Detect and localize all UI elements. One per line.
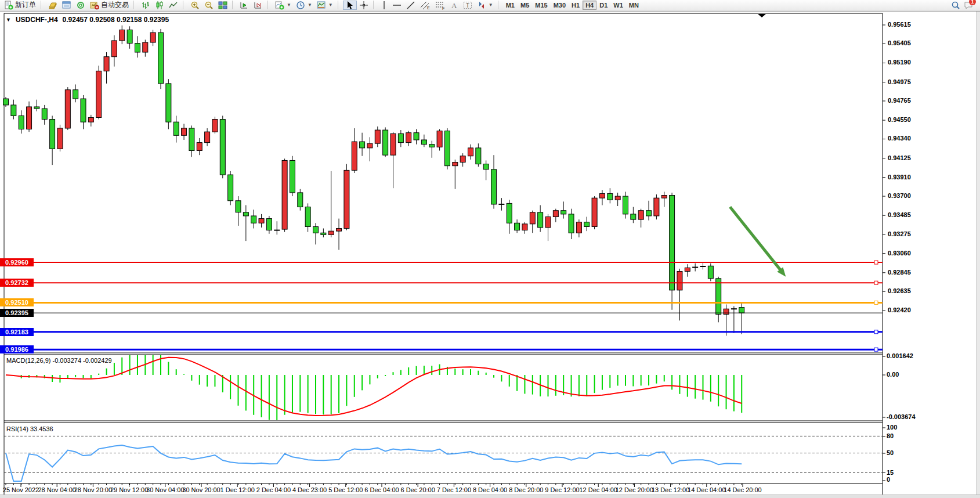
chart-shift-marker[interactable] bbox=[758, 14, 766, 17]
candle-body bbox=[607, 193, 613, 200]
timeframe-mn-button[interactable]: MN bbox=[626, 1, 642, 10]
price-tick-label: 0.93060 bbox=[888, 250, 911, 257]
timeframe-m1-button[interactable]: M1 bbox=[503, 1, 518, 10]
search-button[interactable] bbox=[951, 1, 960, 12]
templates-dropdown-caret: ▼ bbox=[328, 2, 333, 8]
horizontal-line-tool-button[interactable] bbox=[390, 1, 404, 10]
toolbar-separator bbox=[232, 1, 236, 9]
rsi-axis-80-label: 80 bbox=[887, 432, 894, 439]
text-label-tool-button[interactable]: T bbox=[461, 1, 475, 10]
bar-chart-icon bbox=[141, 1, 150, 10]
market-watch-icon bbox=[48, 1, 57, 10]
svg-text:T: T bbox=[466, 2, 469, 9]
candle-body bbox=[468, 148, 473, 156]
chart-title: ▼ USDCHF-,H4 0.92457 0.92508 0.92158 0.9… bbox=[6, 16, 169, 24]
crosshair-icon bbox=[359, 1, 368, 10]
equidistant-channel-tool-button[interactable]: E bbox=[418, 1, 433, 10]
trendline-icon bbox=[406, 1, 415, 10]
timeframe-m5-button[interactable]: M5 bbox=[518, 1, 532, 10]
candle-body bbox=[739, 308, 744, 313]
candle-body bbox=[205, 132, 210, 142]
chart-shift-icon bbox=[254, 1, 263, 10]
hline-handle[interactable] bbox=[874, 330, 878, 334]
notifications-button[interactable]: 1 bbox=[964, 1, 973, 12]
price-tick-label: 0.94765 bbox=[888, 97, 911, 104]
candle-body bbox=[328, 231, 334, 234]
price-tick-label: 0.94550 bbox=[888, 116, 911, 123]
chart-shift-button[interactable] bbox=[251, 1, 265, 10]
templates-button[interactable]: ▼ bbox=[314, 1, 335, 10]
trendline-tool-button[interactable] bbox=[404, 1, 418, 10]
candle-body bbox=[584, 222, 590, 227]
candle-body bbox=[88, 117, 93, 122]
arrows-tool-button[interactable]: ▼ bbox=[475, 1, 496, 10]
tile-windows-button[interactable] bbox=[216, 1, 230, 10]
line-chart-button[interactable] bbox=[167, 1, 180, 10]
candle-body bbox=[414, 133, 419, 140]
timeframe-d1-button[interactable]: D1 bbox=[596, 1, 610, 10]
fibonacci-tool-button[interactable]: F bbox=[433, 1, 448, 10]
candle-body bbox=[522, 224, 527, 230]
timeframe-h1-button[interactable]: H1 bbox=[569, 1, 583, 10]
auto-scroll-button[interactable] bbox=[237, 1, 251, 10]
new-order-button[interactable]: 新订单 bbox=[2, 1, 38, 10]
line-chart-icon bbox=[169, 1, 178, 10]
navigator-icon bbox=[76, 1, 85, 10]
vertical-line-tool-button[interactable] bbox=[378, 1, 390, 10]
navigator-button[interactable] bbox=[74, 1, 88, 10]
cursor-tool-button[interactable] bbox=[343, 1, 357, 10]
candle-body bbox=[453, 163, 458, 166]
candle-body bbox=[592, 198, 597, 226]
timeframe-w1-button[interactable]: W1 bbox=[610, 1, 626, 10]
timeframe-m30-button[interactable]: M30 bbox=[551, 1, 569, 10]
ohlc-values-label: 0.92457 0.92508 0.92158 0.92395 bbox=[63, 16, 169, 24]
chart-canvas[interactable] bbox=[0, 0, 980, 498]
zoom-out-button[interactable] bbox=[202, 1, 216, 10]
zoom-in-button[interactable] bbox=[188, 1, 202, 10]
data-window-button[interactable] bbox=[60, 1, 74, 10]
hline-handle[interactable] bbox=[874, 348, 878, 351]
candle-body bbox=[390, 133, 396, 155]
candle-body bbox=[57, 128, 63, 149]
candle-body bbox=[661, 196, 667, 199]
market-watch-button[interactable] bbox=[46, 1, 60, 10]
candlestick-chart-icon bbox=[155, 1, 164, 10]
symbol-dropdown-icon[interactable]: ▼ bbox=[6, 17, 11, 23]
bar-chart-button[interactable] bbox=[139, 1, 153, 10]
candlestick-chart-button[interactable] bbox=[153, 1, 167, 10]
auto-trading-label: 自动交易 bbox=[101, 0, 129, 10]
candle-body bbox=[724, 309, 729, 314]
templates-icon bbox=[317, 1, 326, 10]
candle-body bbox=[670, 196, 675, 290]
candle-body bbox=[383, 130, 388, 155]
candle-body bbox=[615, 196, 620, 200]
candle-body bbox=[127, 30, 132, 43]
indicators-icon bbox=[275, 1, 284, 10]
text-tool-button[interactable]: A bbox=[448, 1, 461, 10]
svg-text:A: A bbox=[451, 1, 457, 10]
candle-body bbox=[96, 71, 102, 117]
zoom-out-icon bbox=[204, 1, 214, 10]
hline-handle[interactable] bbox=[874, 281, 878, 284]
periods-dropdown-caret: ▼ bbox=[308, 2, 312, 8]
new-order-label: 新订单 bbox=[15, 0, 36, 10]
indicators-button[interactable]: ▼ bbox=[273, 1, 294, 10]
candle-body bbox=[576, 222, 581, 233]
timeframe-m15-button[interactable]: M15 bbox=[532, 1, 550, 10]
candle-body bbox=[65, 90, 70, 128]
hline-handle[interactable] bbox=[874, 261, 878, 264]
candle-body bbox=[27, 107, 32, 129]
hline-handle[interactable] bbox=[874, 301, 878, 304]
candle-body bbox=[135, 44, 140, 52]
candle-body bbox=[545, 217, 551, 228]
periods-button[interactable]: ▼ bbox=[294, 1, 314, 10]
vertical-line-icon bbox=[381, 1, 388, 10]
toolbar-separator bbox=[267, 1, 271, 9]
candle-body bbox=[515, 223, 520, 230]
auto-trading-button[interactable]: 自动交易 bbox=[88, 1, 131, 10]
candle-body bbox=[111, 41, 117, 57]
macd-signal-line bbox=[6, 358, 742, 416]
crosshair-tool-button[interactable] bbox=[357, 1, 371, 10]
candle-body bbox=[290, 160, 295, 192]
timeframe-h4-button[interactable]: H4 bbox=[583, 1, 596, 10]
